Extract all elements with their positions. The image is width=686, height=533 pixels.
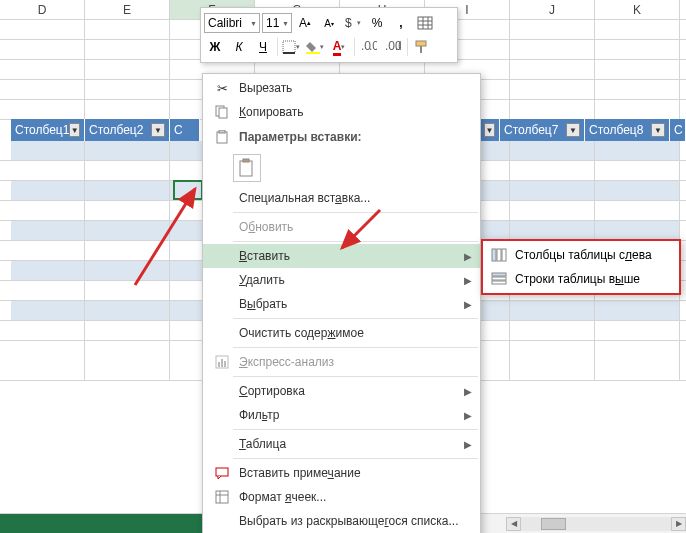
col-header[interactable]: E [85,0,170,19]
col-header[interactable]: D [0,0,85,19]
submenu-columns-left[interactable]: Столбцы таблицы слева [483,243,679,267]
font-selector[interactable]: Calibri ▼ [204,13,260,33]
menu-label: Параметры вставки: [233,130,472,144]
menu-label: Вставить [233,249,464,263]
menu-label: Формат ячеек... [233,490,472,504]
table-header-partial[interactable]: С [170,119,200,141]
table-header-label: Столбец1 [15,123,69,137]
menu-refresh: Обновить [203,215,480,239]
scroll-right-button[interactable]: ▶ [671,517,686,531]
menu-insert-comment[interactable]: Вставить примечание [203,461,480,485]
col-header[interactable]: K [595,0,680,19]
comment-icon [211,464,233,482]
increase-decimal-icon[interactable]: .0.00 [358,37,380,57]
format-as-table-icon[interactable] [414,13,436,33]
paste-options-row [203,150,480,186]
menu-filter[interactable]: Фильтр ▶ [203,403,480,427]
filter-dropdown-icon[interactable]: ▼ [566,123,580,137]
chevron-down-icon: ▾ [341,43,345,51]
menu-label: Экспресс-анализ [233,355,472,369]
font-size-selector[interactable]: 11 ▼ [262,13,292,33]
increase-font-icon[interactable]: A▴ [294,13,316,33]
filter-dropdown-icon[interactable]: ▼ [484,123,495,137]
quick-analysis-icon [211,353,233,371]
submenu-label: Строки таблицы выше [509,272,640,286]
svg-rect-8 [306,52,320,54]
table-header-partial[interactable]: ▼ [480,119,500,141]
table-header-label: С [674,123,683,137]
borders-icon[interactable]: ▾ [281,37,303,57]
filter-dropdown-icon[interactable]: ▼ [651,123,665,137]
insert-rows-icon [489,270,509,288]
menu-copy[interactable]: Копировать [203,100,480,124]
format-cells-icon [211,488,233,506]
fill-color-icon[interactable]: ▾ [305,37,327,57]
menu-cut[interactable]: ✂ Вырезать [203,76,480,100]
svg-rect-6 [283,41,295,53]
paste-default-button[interactable] [233,154,261,182]
svg-rect-20 [243,159,249,162]
decrease-decimal-icon[interactable]: .00.0 [382,37,404,57]
scissors-icon: ✂ [211,79,233,97]
bold-button[interactable]: Ж [204,37,226,57]
col-header[interactable]: J [510,0,595,19]
underline-button[interactable]: Ч [252,37,274,57]
svg-text:.0: .0 [395,41,401,53]
mini-toolbar: Calibri ▼ 11 ▼ A▴ A▾ $ ▾ % , Ж К Ч ▾ ▾ [200,7,458,63]
table-header[interactable]: Столбец7 ▼ [500,119,585,141]
format-painter-icon[interactable] [411,37,433,57]
menu-sort[interactable]: Сортировка ▶ [203,379,480,403]
font-color-icon[interactable]: A ▾ [329,37,351,57]
svg-rect-26 [216,491,228,503]
menu-table[interactable]: Таблица ▶ [203,432,480,456]
table-header-label: С [174,123,183,137]
svg-rect-23 [221,359,223,367]
table-header[interactable]: Столбец8 ▼ [585,119,670,141]
chevron-down-icon: ▼ [250,20,257,27]
menu-delete[interactable]: Удалить ▶ [203,268,480,292]
filter-dropdown-icon[interactable]: ▼ [69,123,80,137]
menu-label: Фильтр [233,408,464,422]
scroll-left-button[interactable]: ◀ [506,517,521,531]
context-menu: ✂ Вырезать Копировать Параметры вставки:… [202,73,481,533]
svg-rect-31 [497,249,501,261]
accounting-format-icon[interactable]: $ ▾ [342,13,364,33]
svg-rect-35 [492,281,506,284]
svg-rect-13 [416,41,426,46]
table-header[interactable]: Столбец1 ▼ [11,119,85,141]
menu-format-cells[interactable]: Формат ячеек... [203,485,480,509]
copy-icon [211,103,233,121]
menu-label: Выбрать [233,297,464,311]
svg-rect-32 [502,249,506,261]
svg-rect-16 [219,108,227,118]
svg-rect-33 [492,273,506,276]
menu-pick-from-list[interactable]: Выбрать из раскрывающегося списка... [203,509,480,533]
menu-insert[interactable]: Вставить ▶ [203,244,480,268]
chevron-down-icon: ▾ [320,43,324,51]
svg-rect-24 [224,361,226,367]
decrease-font-icon[interactable]: A▾ [318,13,340,33]
svg-rect-1 [418,17,432,29]
chevron-down-icon: ▼ [282,20,289,27]
menu-paste-special[interactable]: Специальная вставка... [203,186,480,210]
table-header-partial[interactable]: С [670,119,686,141]
menu-select[interactable]: Выбрать ▶ [203,292,480,316]
submenu-rows-above[interactable]: Строки таблицы выше [483,267,679,291]
scroll-thumb[interactable] [541,518,566,530]
comma-format-icon[interactable]: , [390,13,412,33]
svg-rect-14 [420,46,422,53]
filter-dropdown-icon[interactable]: ▼ [151,123,165,137]
menu-label: Очистить содержимое [233,326,472,340]
chevron-down-icon: ▾ [357,19,361,27]
percent-format-icon[interactable]: % [366,13,388,33]
svg-rect-34 [492,277,506,280]
menu-clear-contents[interactable]: Очистить содержимое [203,321,480,345]
submenu-label: Столбцы таблицы слева [509,248,652,262]
font-size: 11 [266,16,279,30]
svg-rect-18 [219,130,225,133]
italic-button[interactable]: К [228,37,250,57]
menu-label: Выбрать из раскрывающегося списка... [233,514,472,528]
svg-rect-17 [217,132,227,143]
svg-rect-19 [240,161,252,176]
table-header[interactable]: Столбец2 ▼ [85,119,170,141]
